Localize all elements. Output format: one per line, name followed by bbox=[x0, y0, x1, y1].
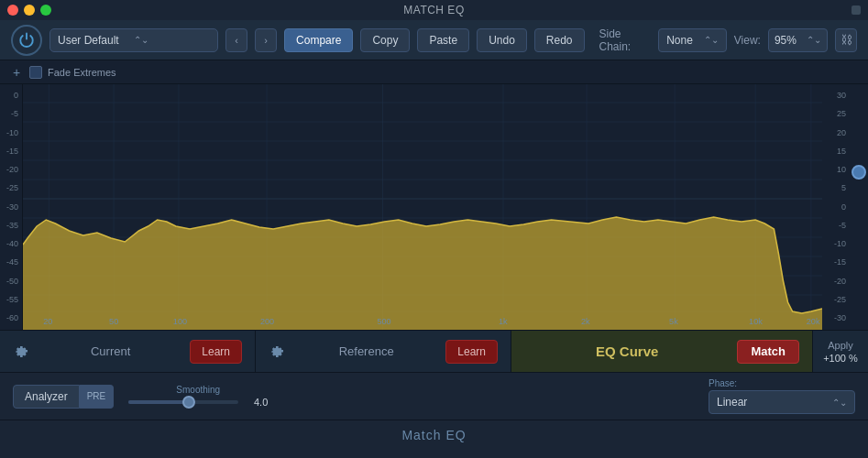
phase-arrow: ⌃⌄ bbox=[832, 398, 847, 408]
yr-label-25: 25 bbox=[837, 110, 846, 118]
yr-label-15: 15 bbox=[837, 147, 846, 156]
smoothing-track[interactable] bbox=[128, 400, 238, 404]
eq-canvas: 20 50 100 200 500 1k 2k 5k 10k 20k bbox=[23, 84, 822, 330]
yr-label-0: 0 bbox=[841, 203, 846, 212]
reference-learn-button[interactable]: Learn bbox=[445, 340, 498, 364]
fade-checkbox[interactable] bbox=[29, 66, 42, 79]
svg-text:50: 50 bbox=[109, 317, 118, 326]
smoothing-label: Smoothing bbox=[176, 385, 220, 395]
yr-label-n20: -20 bbox=[834, 278, 846, 286]
phase-value: Linear bbox=[717, 396, 747, 409]
smoothing-group: Smoothing 4.0 bbox=[128, 385, 268, 408]
y-label-n55: -55 bbox=[6, 296, 18, 304]
phase-dropdown[interactable]: Linear ⌃⌄ bbox=[709, 390, 855, 414]
yr-label-n10: -10 bbox=[834, 240, 846, 248]
preset-value: User Default bbox=[58, 34, 134, 47]
eq-curve-section: EQ Curve Match bbox=[511, 331, 813, 372]
eq-container: 0 -5 -10 -15 -20 -25 -30 -35 -40 -45 -50… bbox=[0, 84, 868, 330]
reference-section: Reference Learn bbox=[256, 331, 511, 372]
bottom-controls: Current Learn Reference Learn EQ Curve M… bbox=[0, 330, 868, 372]
redo-button[interactable]: Redo bbox=[534, 28, 585, 52]
eq-gain-knob[interactable] bbox=[852, 165, 866, 180]
reference-settings-button[interactable] bbox=[269, 343, 287, 361]
link-button[interactable]: ⛓ bbox=[835, 28, 857, 52]
y-label-n5: -5 bbox=[11, 110, 18, 118]
yr-label-5: 5 bbox=[841, 184, 846, 192]
link-icon: ⛓ bbox=[841, 33, 852, 47]
apply-value: +100 % bbox=[823, 353, 858, 364]
svg-text:5k: 5k bbox=[669, 317, 678, 326]
phase-label: Phase: bbox=[709, 378, 855, 388]
y-label-n40: -40 bbox=[6, 240, 18, 248]
analyzer-button-group: Analyzer PRE bbox=[13, 385, 114, 409]
match-button[interactable]: Match bbox=[737, 340, 799, 364]
svg-text:10k: 10k bbox=[749, 317, 763, 326]
compare-button[interactable]: Compare bbox=[284, 28, 353, 52]
minimize-button[interactable] bbox=[24, 5, 35, 16]
fade-label: Fade Extremes bbox=[48, 67, 116, 78]
undo-button[interactable]: Undo bbox=[477, 28, 527, 52]
smoothing-value: 4.0 bbox=[246, 397, 268, 408]
view-dropdown[interactable]: 95% ⌃⌄ bbox=[768, 28, 828, 52]
y-label-n10: -10 bbox=[6, 129, 18, 137]
sidechain-value: None bbox=[666, 34, 693, 47]
current-label: Current bbox=[38, 344, 182, 358]
y-label-n45: -45 bbox=[6, 258, 18, 267]
view-arrow: ⌃⌄ bbox=[807, 35, 821, 45]
analyzer-bar: Analyzer PRE Smoothing 4.0 Phase: Linear… bbox=[0, 372, 868, 420]
fade-bar: + Fade Extremes bbox=[0, 60, 868, 84]
phase-group: Phase: Linear ⌃⌄ bbox=[709, 378, 855, 414]
maximize-button[interactable] bbox=[40, 5, 51, 16]
preset-dropdown-arrow: ⌃⌄ bbox=[134, 35, 210, 45]
paste-button[interactable]: Paste bbox=[417, 28, 469, 52]
analyzer-button[interactable]: Analyzer bbox=[13, 385, 80, 409]
app-title: MATCH EQ bbox=[403, 4, 464, 16]
yr-label-20: 20 bbox=[837, 129, 846, 137]
y-label-n20: -20 bbox=[6, 166, 18, 174]
view-label: View: bbox=[734, 34, 761, 47]
nav-back-button[interactable]: ‹ bbox=[225, 28, 247, 52]
title-bar: MATCH EQ bbox=[0, 0, 868, 20]
y-label-n15: -15 bbox=[6, 147, 18, 156]
resize-handle bbox=[852, 5, 861, 15]
eq-gain-slider[interactable] bbox=[850, 84, 868, 330]
current-learn-button[interactable]: Learn bbox=[190, 340, 242, 364]
close-button[interactable] bbox=[7, 5, 18, 16]
traffic-lights bbox=[7, 5, 51, 16]
yr-label-30: 30 bbox=[837, 92, 846, 100]
power-button[interactable] bbox=[11, 25, 42, 56]
svg-text:200: 200 bbox=[260, 317, 274, 326]
y-label-n35: -35 bbox=[6, 222, 18, 230]
footer-title: Match EQ bbox=[401, 428, 466, 442]
reference-label: Reference bbox=[294, 344, 438, 358]
y-label-n50: -50 bbox=[6, 278, 18, 286]
smoothing-fill bbox=[128, 400, 189, 404]
smoothing-thumb[interactable] bbox=[182, 396, 195, 409]
pre-button[interactable]: PRE bbox=[80, 385, 115, 409]
nav-forward-button[interactable]: › bbox=[255, 28, 277, 52]
fade-add-button[interactable]: + bbox=[9, 65, 24, 80]
y-label-0: 0 bbox=[14, 92, 18, 100]
apply-section: Apply +100 % bbox=[813, 331, 868, 372]
sidechain-dropdown[interactable]: None ⌃⌄ bbox=[658, 28, 727, 52]
eq-curve-label: EQ Curve bbox=[524, 344, 730, 359]
svg-text:100: 100 bbox=[173, 317, 187, 326]
y-label-n60: -60 bbox=[6, 314, 18, 322]
current-settings-button[interactable] bbox=[13, 343, 31, 361]
sidechain-label: Side Chain: bbox=[599, 27, 652, 53]
svg-text:2k: 2k bbox=[581, 317, 590, 326]
yr-label-n30: -30 bbox=[834, 314, 846, 322]
preset-dropdown[interactable]: User Default ⌃⌄ bbox=[49, 28, 218, 52]
yr-label-n25: -25 bbox=[834, 296, 846, 304]
current-section: Current Learn bbox=[0, 331, 256, 372]
svg-text:20k: 20k bbox=[807, 317, 820, 326]
yr-label-n15: -15 bbox=[834, 258, 846, 267]
svg-text:1k: 1k bbox=[499, 317, 508, 326]
copy-button[interactable]: Copy bbox=[360, 28, 410, 52]
smoothing-row: 4.0 bbox=[128, 397, 268, 408]
svg-text:500: 500 bbox=[377, 317, 390, 326]
footer: Match EQ bbox=[0, 420, 868, 449]
yr-label-n5: -5 bbox=[839, 222, 846, 230]
eq-grid: 20 50 100 200 500 1k 2k 5k 10k 20k bbox=[23, 84, 822, 330]
yr-label-10: 10 bbox=[837, 166, 846, 174]
